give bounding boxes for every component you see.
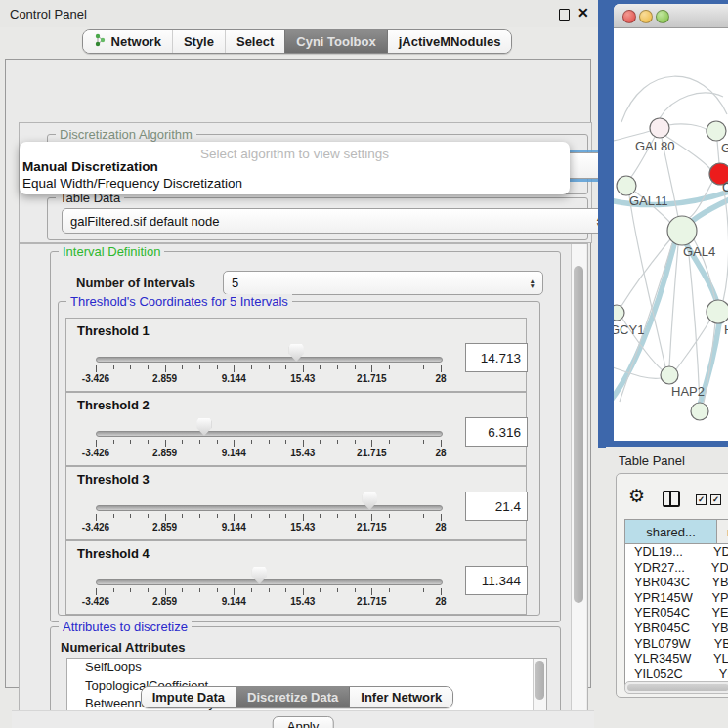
slider-track[interactable]: [96, 431, 443, 437]
bottom-tab-group: Impute DataDiscretize DataInfer Network: [141, 686, 454, 708]
table-cell[interactable]: YIL0: [710, 666, 728, 682]
slider-track[interactable]: [96, 357, 443, 363]
tab-jactivemnodules[interactable]: jActiveMNodules: [387, 30, 512, 53]
tick-mark: [130, 365, 131, 369]
network-node-label: HAP2: [671, 384, 705, 399]
checkbox-icon[interactable]: ✓: [696, 494, 707, 505]
float-window-icon[interactable]: [559, 9, 570, 21]
algorithm-option-manual-discretization[interactable]: Manual Discretization: [22, 159, 158, 174]
tick-mark: [148, 440, 149, 444]
table-row[interactable]: YDL19...YDL1: [625, 544, 728, 560]
panel-scrollbar[interactable]: [571, 244, 586, 728]
attribute-item-selfloops[interactable]: SelfLoops: [67, 659, 546, 677]
table-cell[interactable]: YBL079W: [625, 636, 706, 652]
slider-handle[interactable]: [289, 344, 304, 362]
tab-style[interactable]: Style: [172, 30, 225, 53]
numerical-attributes-label: Numerical Attributes: [61, 640, 185, 655]
threshold-3-box: Threshold 3-3.4262.8599.14415.4321.71528…: [65, 466, 527, 540]
table-cell[interactable]: YPR145W: [625, 590, 704, 606]
tab-select[interactable]: Select: [225, 30, 284, 53]
network-canvas[interactable]: GAL80GACGAL11GAL4GCY1HHAP2: [614, 28, 728, 441]
network-node-h[interactable]: [707, 300, 728, 323]
table-cell[interactable]: YDR2: [703, 560, 728, 576]
table-cell[interactable]: YBR0: [704, 575, 728, 590]
network-window-titlebar[interactable]: [614, 4, 728, 28]
slider-track[interactable]: [96, 505, 443, 511]
network-node[interactable]: [691, 403, 708, 420]
apply-bar: Apply: [12, 710, 594, 728]
table-row[interactable]: YIL052CYIL0: [625, 666, 728, 682]
table-hscrollbar-thumb[interactable]: [627, 684, 728, 691]
table-cell[interactable]: YLR345W: [625, 651, 705, 666]
tick-mark: [355, 514, 356, 518]
network-node-gal80[interactable]: [650, 118, 669, 138]
network-edge[interactable]: [676, 320, 710, 369]
network-edge[interactable]: [717, 141, 719, 163]
tab-label: Style: [184, 34, 214, 49]
tick-mark: [389, 588, 390, 592]
number-of-intervals-combo[interactable]: 5 ▲▼: [223, 271, 543, 295]
tab-impute-data[interactable]: Impute Data: [142, 687, 236, 707]
close-panel-icon[interactable]: ✕: [578, 5, 589, 21]
network-node-gcy1[interactable]: [614, 305, 624, 321]
table-cell[interactable]: YDL1: [705, 544, 728, 560]
table-row[interactable]: YBL079WYBL0: [625, 636, 728, 652]
table-cell[interactable]: YDL19...: [625, 544, 705, 560]
threshold-value-field[interactable]: 6.316: [465, 417, 528, 447]
zoom-window-icon[interactable]: [656, 10, 669, 23]
table-row[interactable]: YER054CYER0: [625, 605, 728, 621]
network-node-ga[interactable]: [707, 121, 726, 141]
table-cell[interactable]: YBL0: [706, 636, 728, 652]
column-header-1[interactable]: shared...: [625, 520, 717, 543]
slider-track[interactable]: [96, 579, 443, 585]
threshold-value-field[interactable]: 21.4: [465, 492, 528, 521]
apply-button[interactable]: Apply: [273, 716, 334, 728]
table-hscrollbar[interactable]: [624, 681, 728, 694]
table-row[interactable]: YBR043CYBR0: [625, 575, 728, 590]
threshold-value-field[interactable]: 11.344: [465, 566, 528, 595]
column-header-2[interactable]: n: [717, 520, 728, 543]
slider-handle[interactable]: [363, 492, 377, 510]
network-edge[interactable]: [614, 366, 661, 378]
table-cell[interactable]: YBR0: [704, 621, 728, 636]
threshold-value-field[interactable]: 14.713: [465, 343, 528, 372]
table-cell[interactable]: YDR27...: [625, 560, 703, 576]
table-row[interactable]: YPR145WYPR1: [625, 590, 728, 606]
table-row[interactable]: YDR27...YDR2: [625, 560, 728, 576]
tab-infer-network[interactable]: Infer Network: [349, 687, 452, 707]
table-cell[interactable]: YBR045C: [625, 621, 704, 636]
gear-icon[interactable]: ⚙: [628, 487, 645, 505]
table-cell[interactable]: YLR3: [705, 651, 728, 666]
tab-cyni-toolbox[interactable]: Cyni Toolbox: [284, 30, 386, 53]
tab-network[interactable]: Network: [83, 30, 172, 53]
network-edge[interactable]: [660, 93, 723, 118]
checkbox-icon[interactable]: ✓: [710, 494, 721, 505]
table-row[interactable]: YBR045CYBR0: [625, 621, 728, 636]
algorithm-option-equal-width-frequency-discretization[interactable]: Equal Width/Frequency Discretization: [22, 176, 242, 191]
network-edge[interactable]: [688, 245, 700, 403]
tick-mark: [337, 514, 338, 518]
network-node-hap2[interactable]: [661, 366, 678, 384]
network-node-gal11[interactable]: [617, 176, 636, 195]
network-edge[interactable]: [668, 124, 707, 130]
tick-label: 9.144: [222, 596, 246, 607]
table-cell[interactable]: YBR043C: [625, 575, 704, 590]
minimize-window-icon[interactable]: [639, 10, 653, 23]
table-cell[interactable]: YER0: [704, 605, 728, 621]
slider-handle[interactable]: [252, 567, 267, 584]
slider-handle[interactable]: [196, 418, 211, 436]
table-cell[interactable]: YER054C: [625, 605, 704, 621]
table-row[interactable]: YLR345WYLR3: [625, 651, 728, 666]
tab-discretize-data[interactable]: Discretize Data: [236, 687, 349, 707]
table-cell[interactable]: YPR1: [704, 590, 728, 606]
tick-mark: [423, 365, 424, 369]
network-node-gal4[interactable]: [667, 216, 697, 245]
column-layout-icon[interactable]: [663, 491, 680, 507]
tick-label: 2.859: [152, 448, 177, 458]
table-data-combo[interactable]: galFiltered.sif default node ▲▼: [62, 208, 610, 234]
panel-scrollbar-thumb[interactable]: [574, 266, 583, 603]
table-cell[interactable]: YIL052C: [625, 666, 710, 682]
close-window-icon[interactable]: [622, 10, 636, 23]
tick-mark: [285, 514, 286, 518]
network-edge[interactable]: [621, 76, 727, 122]
